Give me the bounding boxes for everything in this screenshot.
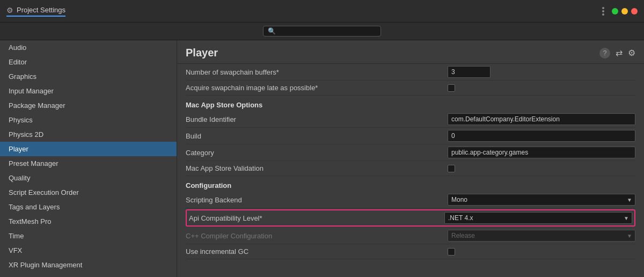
window-btn-green[interactable] [612,8,618,14]
mac-validation-checkbox[interactable] [448,165,455,172]
menu-dots[interactable] [602,7,604,16]
use-incremental-gc-row: Use incremental GC [186,244,635,259]
acquire-swapchain-checkbox-wrap [448,84,635,92]
bundle-identifier-row: Bundle Identifier [186,111,635,128]
sidebar-item-preset-manager[interactable]: Preset Manager [0,156,177,171]
build-value-wrap [448,130,635,142]
sidebar-item-time[interactable]: Time [0,229,177,243]
sidebar-item-quality[interactable]: Quality [0,171,177,185]
use-incremental-gc-checkbox-wrap [448,248,635,256]
swapchain-buffers-value-wrap [448,66,635,78]
build-input[interactable] [448,130,635,142]
sidebar-item-graphics[interactable]: Graphics [0,69,177,84]
sidebar-item-player[interactable]: Player [0,142,177,156]
category-value-wrap [448,147,635,158]
sidebar-item-physics-2d[interactable]: Physics 2D [0,127,177,142]
window-btn-red[interactable] [631,8,638,14]
cpp-compiler-dropdown[interactable]: Release [448,230,635,242]
swapchain-buffers-label: Number of swapchain buffers* [186,68,448,76]
category-row: Category [186,144,635,161]
mac-validation-label: Mac App Store Validation [186,164,448,172]
main-layout: AudioEditorGraphicsInput ManagerPackage … [0,40,644,277]
search-input[interactable] [278,27,376,35]
sidebar-item-editor[interactable]: Editor [0,55,177,69]
api-compat-label: Api Compatibility Level* [189,214,444,222]
title-bar-title: ⚙ Project Settings [6,6,65,17]
scripting-backend-dropdown[interactable]: Mono [448,194,635,206]
sidebar-item-physics[interactable]: Physics [0,113,177,127]
build-label: Build [186,132,448,140]
content-area: Player ? ⇄ ⚙ Number of swapchain buffers… [177,40,644,277]
sidebar-item-package-manager[interactable]: Package Manager [0,98,177,113]
scripting-backend-row: Scripting Backend Mono ▼ [186,192,635,208]
api-compat-row: Api Compatibility Level* .NET 4.x ▼ [186,209,635,227]
sidebar-item-tags-and-layers[interactable]: Tags and Layers [0,200,177,214]
use-incremental-gc-checkbox[interactable] [448,248,455,256]
scripting-backend-dropdown-wrap: Mono ▼ [448,194,635,206]
use-incremental-gc-label: Use incremental GC [186,247,448,256]
cpp-compiler-dropdown-wrap: Release ▼ [448,230,635,242]
search-icon: 🔍 [268,27,276,35]
sidebar-item-vfx[interactable]: VFX [0,243,177,258]
content-body: Number of swapchain buffers* Acquire swa… [177,64,644,268]
sidebar-item-script-execution-order[interactable]: Script Execution Order [0,185,177,200]
title-text: Project Settings [17,6,65,14]
sidebar: AudioEditorGraphicsInput ManagerPackage … [0,40,177,277]
sidebar-item-input-manager[interactable]: Input Manager [0,84,177,98]
category-input[interactable] [448,147,635,158]
layout-icon[interactable]: ⇄ [616,48,623,58]
acquire-swapchain-label: Acquire swapchain image late as possible… [186,84,448,92]
acquire-swapchain-row: Acquire swapchain image late as possible… [186,81,635,96]
window-btn-yellow[interactable] [621,8,628,14]
bundle-identifier-value-wrap [448,113,635,125]
window-controls [602,7,638,16]
settings-icon[interactable]: ⚙ [628,48,635,58]
title-bar: ⚙ Project Settings [0,0,644,23]
scripting-backend-label: Scripting Backend [186,196,448,204]
player-title: Player [186,47,218,59]
gear-icon: ⚙ [6,6,13,14]
search-bar: 🔍 [0,23,644,40]
api-compat-dropdown-wrap: .NET 4.x ▼ [444,212,632,224]
swapchain-buffers-input[interactable] [448,66,491,78]
help-icon[interactable]: ? [599,48,610,59]
cpp-compiler-row: C++ Compiler Configuration Release ▼ [186,228,635,244]
mac-validation-checkbox-wrap [448,165,635,172]
sidebar-item-xr-plugin-management[interactable]: XR Plugin Management [0,258,177,272]
bundle-identifier-label: Bundle Identifier [186,115,448,123]
mac-validation-row: Mac App Store Validation [186,161,635,176]
sidebar-item-textmesh-pro[interactable]: TextMesh Pro [0,214,177,229]
build-row: Build [186,128,635,144]
api-compat-dropdown[interactable]: .NET 4.x [444,212,632,224]
player-header: Player ? ⇄ ⚙ [177,40,644,64]
cpp-compiler-label: C++ Compiler Configuration [186,232,448,240]
configuration-header: Configuration [186,176,635,192]
mac-app-store-header: Mac App Store Options [186,96,635,111]
search-input-wrap: 🔍 [263,26,381,37]
category-label: Category [186,149,448,157]
sidebar-item-audio[interactable]: Audio [0,40,177,55]
acquire-swapchain-checkbox[interactable] [448,84,455,92]
player-header-icons: ? ⇄ ⚙ [599,48,635,59]
bundle-identifier-input[interactable] [448,113,635,125]
swapchain-buffers-row: Number of swapchain buffers* [186,64,635,81]
